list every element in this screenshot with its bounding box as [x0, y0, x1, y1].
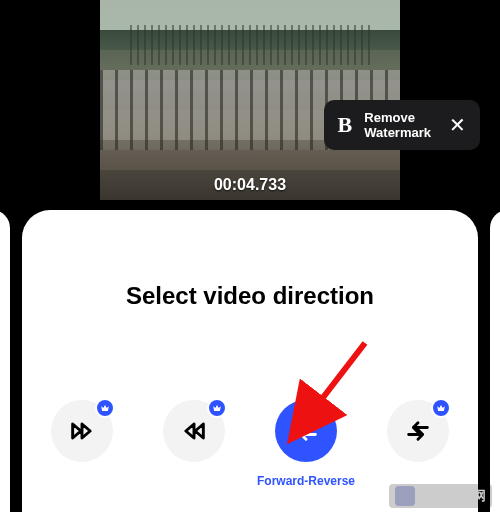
panel-left-peek: [0, 210, 10, 512]
forward-icon: [51, 400, 113, 462]
reverse-forward-icon: [387, 400, 449, 462]
direction-panel: Select video direction Forward-Reverse: [22, 210, 478, 512]
option-reverse-forward[interactable]: [383, 400, 453, 462]
premium-badge-icon: [95, 398, 115, 418]
close-icon[interactable]: ✕: [449, 113, 466, 137]
option-reverse[interactable]: [159, 400, 229, 462]
video-timestamp: 00:04.733: [214, 176, 286, 194]
premium-badge-icon: [431, 398, 451, 418]
panel-right-peek: [490, 210, 500, 512]
panel-title: Select video direction: [22, 282, 478, 310]
premium-badge-icon: [207, 398, 227, 418]
annotation-arrow-icon: [280, 335, 380, 445]
php-elephant-icon: [395, 486, 415, 506]
reverse-icon: [163, 400, 225, 462]
watermark-banner-text: Remove Watermark: [364, 110, 431, 140]
php-watermark: php 中文网: [389, 484, 492, 508]
remove-watermark-banner[interactable]: B Remove Watermark ✕: [324, 100, 480, 150]
direction-options: Forward-Reverse: [22, 400, 478, 488]
option-label: Forward-Reverse: [257, 474, 355, 488]
watermark-app-logo: B: [338, 112, 353, 138]
option-forward[interactable]: [47, 400, 117, 462]
